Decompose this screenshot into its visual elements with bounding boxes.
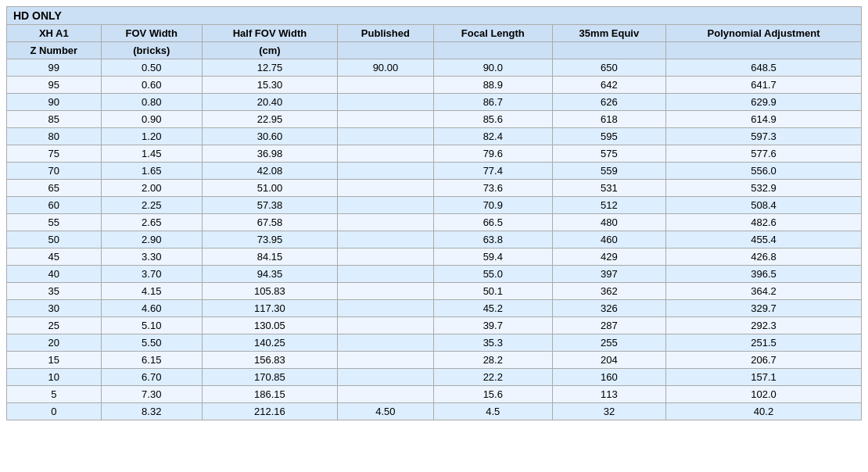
table-cell: 0.80: [101, 94, 202, 111]
table-cell: 84.15: [202, 249, 337, 266]
table-cell: 85: [7, 111, 102, 128]
col-pub-sub: [337, 42, 433, 59]
table-cell: [337, 317, 433, 334]
table-cell: 20.40: [202, 94, 337, 111]
table-row: 354.15105.8350.1362364.2: [7, 283, 862, 300]
table-cell: 4.15: [101, 283, 202, 300]
header-row-2: Z Number (bricks) (cm): [7, 42, 862, 59]
table-cell: 88.9: [433, 77, 552, 94]
table-row: 156.15156.8328.2204206.7: [7, 352, 862, 369]
table-cell: 255: [552, 334, 665, 352]
table-body: 990.5012.7590.0090.0650648.5950.6015.308…: [7, 59, 862, 420]
table-cell: 113: [552, 386, 665, 403]
table-cell: 1.45: [101, 145, 202, 163]
table-cell: 117.30: [202, 300, 337, 317]
table-cell: 40.2: [666, 403, 862, 420]
col-cm: (cm): [202, 42, 337, 59]
table-cell: 5.10: [101, 317, 202, 334]
table-cell: 40: [7, 266, 102, 283]
table-cell: 95: [7, 77, 102, 94]
table-cell: 45: [7, 249, 102, 266]
table-cell: 4.5: [433, 403, 552, 420]
table-cell: 575: [552, 145, 665, 163]
table-row: 801.2030.6082.4595597.3: [7, 128, 862, 145]
table-cell: 51.00: [202, 180, 337, 197]
table-cell: 595: [552, 128, 665, 145]
table-row: 502.9073.9563.8460455.4: [7, 231, 862, 249]
table-container: HD ONLY XH A1 FOV Width Half FOV Width P…: [0, 0, 868, 427]
table-cell: 186.15: [202, 386, 337, 403]
table-cell: 67.58: [202, 214, 337, 231]
table-cell: 160: [552, 369, 665, 386]
col-poly-sub: [666, 42, 862, 59]
table-cell: 10: [7, 369, 102, 386]
table-cell: 618: [552, 111, 665, 128]
table-cell: 90.0: [433, 59, 552, 77]
table-cell: 22.2: [433, 369, 552, 386]
table-cell: 6.15: [101, 352, 202, 369]
table-cell: 7.30: [101, 386, 202, 403]
table-cell: 157.1: [666, 369, 862, 386]
table-cell: 251.5: [666, 334, 862, 352]
table-cell: 2.65: [101, 214, 202, 231]
table-cell: 15.6: [433, 386, 552, 403]
table-cell: 42.08: [202, 163, 337, 180]
table-cell: 99: [7, 59, 102, 77]
table-cell: 130.05: [202, 317, 337, 334]
col-xha1: XH A1: [7, 25, 102, 42]
table-cell: 32: [552, 403, 665, 420]
table-cell: 70: [7, 163, 102, 180]
table-cell: 508.4: [666, 197, 862, 214]
table-cell: 15.30: [202, 77, 337, 94]
table-title: HD ONLY: [7, 7, 862, 25]
table-row: 850.9022.9585.6618614.9: [7, 111, 862, 128]
header-row-1: XH A1 FOV Width Half FOV Width Published…: [7, 25, 862, 42]
table-row: 205.50140.2535.3255251.5: [7, 334, 862, 352]
table-cell: 2.00: [101, 180, 202, 197]
table-row: 751.4536.9879.6575577.6: [7, 145, 862, 163]
table-cell: 39.7: [433, 317, 552, 334]
table-cell: 50: [7, 231, 102, 249]
table-cell: 326: [552, 300, 665, 317]
col-z-number: Z Number: [7, 42, 102, 59]
table-cell: 59.4: [433, 249, 552, 266]
table-cell: [337, 128, 433, 145]
table-cell: 329.7: [666, 300, 862, 317]
table-cell: 292.3: [666, 317, 862, 334]
table-cell: 102.0: [666, 386, 862, 403]
table-cell: 641.7: [666, 77, 862, 94]
table-cell: 30: [7, 300, 102, 317]
table-cell: 556.0: [666, 163, 862, 180]
table-cell: 0: [7, 403, 102, 420]
table-cell: 90.00: [337, 59, 433, 77]
table-cell: [337, 163, 433, 180]
table-row: 08.32212.164.504.53240.2: [7, 403, 862, 420]
table-cell: 4.60: [101, 300, 202, 317]
table-cell: [337, 300, 433, 317]
table-row: 900.8020.4086.7626629.9: [7, 94, 862, 111]
col-half-fov: Half FOV Width: [202, 25, 337, 42]
table-cell: 73.6: [433, 180, 552, 197]
table-cell: 50.1: [433, 283, 552, 300]
table-cell: 35.3: [433, 334, 552, 352]
table-row: 701.6542.0877.4559556.0: [7, 163, 862, 180]
table-cell: 63.8: [433, 231, 552, 249]
table-cell: 45.2: [433, 300, 552, 317]
table-cell: 482.6: [666, 214, 862, 231]
table-cell: [337, 266, 433, 283]
table-cell: [337, 334, 433, 352]
table-row: 990.5012.7590.0090.0650648.5: [7, 59, 862, 77]
table-cell: 12.75: [202, 59, 337, 77]
table-cell: 364.2: [666, 283, 862, 300]
table-cell: 396.5: [666, 266, 862, 283]
col-published: Published: [337, 25, 433, 42]
table-cell: 2.25: [101, 197, 202, 214]
table-cell: 212.16: [202, 403, 337, 420]
table-row: 57.30186.1515.6113102.0: [7, 386, 862, 403]
table-cell: 70.9: [433, 197, 552, 214]
table-cell: [337, 197, 433, 214]
col-fov-width: FOV Width: [101, 25, 202, 42]
table-cell: 1.65: [101, 163, 202, 180]
table-cell: 614.9: [666, 111, 862, 128]
table-cell: 0.60: [101, 77, 202, 94]
